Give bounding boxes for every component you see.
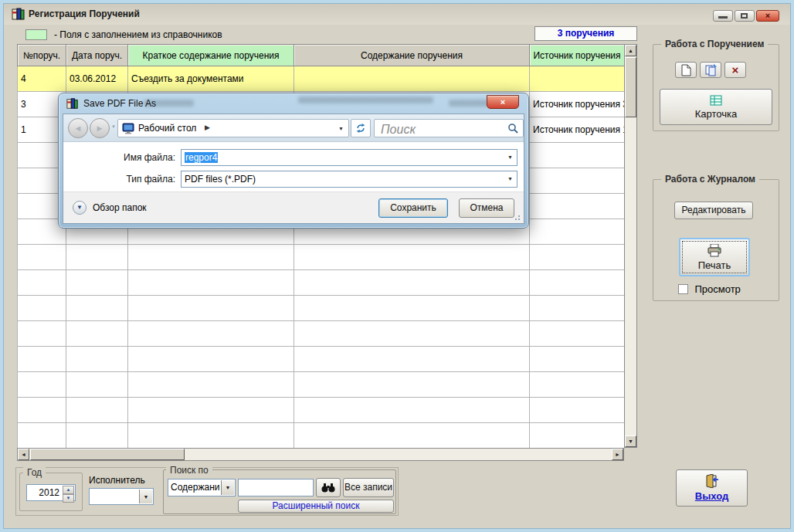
table-horizontal-scrollbar[interactable]: ◄ ► xyxy=(17,448,624,461)
cell-date[interactable]: 03.06.2012 xyxy=(66,66,128,92)
back-button[interactable]: ◄ xyxy=(68,118,88,138)
refresh-button[interactable] xyxy=(351,119,371,137)
window-titlebar: Регистрация Поручений × xyxy=(3,3,791,25)
col-header-content[interactable]: Содержание поручения xyxy=(294,45,530,66)
print-button-label: Печать xyxy=(698,259,731,271)
scroll-down-icon: ▼ xyxy=(628,439,633,444)
filetype-combo[interactable]: PDF files (*.PDF) ▼ xyxy=(181,171,517,188)
all-records-label: Все записи xyxy=(344,482,392,493)
table-row-empty xyxy=(18,296,625,321)
search-text-input[interactable] xyxy=(238,479,314,496)
table-row-empty xyxy=(18,398,625,423)
col-header-num[interactable]: №поруч. xyxy=(18,45,66,66)
scroll-left-icon: ◄ xyxy=(21,452,26,457)
window-title: Регистрация Поручений xyxy=(29,8,140,19)
table-row-empty xyxy=(18,423,625,449)
edit-button[interactable]: Редактировать xyxy=(674,202,753,219)
search-by-combo[interactable]: Содержанию ▼ xyxy=(168,479,236,496)
cancel-button-label: Отмена xyxy=(470,202,503,213)
address-dropdown-icon[interactable]: ▼ xyxy=(338,126,344,131)
year-spin-buttons[interactable]: ▲ ▼ xyxy=(63,486,74,500)
filename-dropdown-icon[interactable]: ▼ xyxy=(507,150,513,165)
card-grid-icon xyxy=(710,95,722,106)
minimize-button[interactable] xyxy=(713,10,733,22)
filename-input[interactable]: regpor4 ▼ xyxy=(181,149,517,166)
app-books-icon xyxy=(12,7,25,21)
col-header-source[interactable]: Источник поручения xyxy=(530,45,625,66)
journal-panel: Работа с Журналом Редактировать Печать П… xyxy=(653,179,779,301)
scroll-left-button[interactable]: ◄ xyxy=(18,449,29,460)
breadcrumb-arrow-icon[interactable]: ▶ xyxy=(205,124,210,131)
address-location[interactable]: Рабочий стол xyxy=(138,123,196,134)
search-group-label: Поиск по xyxy=(166,465,212,476)
copy-order-button[interactable] xyxy=(700,62,721,78)
table-vertical-scrollbar[interactable]: ▲ ▼ xyxy=(624,44,637,448)
save-pdf-dialog: Save PDF File As × ◄ ► ▼ Рабочий стол ▶ … xyxy=(58,93,529,229)
close-button[interactable]: × xyxy=(756,10,779,22)
vertical-scroll-thumb[interactable] xyxy=(625,57,636,117)
card-button-label: Карточка xyxy=(695,108,737,120)
find-button[interactable] xyxy=(316,478,341,497)
dialog-fields: Имя файла: regpor4 ▼ Тип файла: PDF file… xyxy=(63,142,524,195)
dialog-title: Save PDF File As xyxy=(83,98,156,109)
year-value: 2012 xyxy=(39,487,59,498)
filter-panel: Год 2012 ▲ ▼ Исполнитель ▼ Поиск по Соде… xyxy=(15,467,399,516)
year-spinner[interactable]: 2012 ▲ ▼ xyxy=(26,484,76,501)
spin-up-icon[interactable]: ▲ xyxy=(63,486,74,494)
exit-button-label: Выход xyxy=(695,490,728,502)
cancel-button[interactable]: Отмена xyxy=(459,198,514,218)
print-button[interactable]: Печать xyxy=(679,238,750,276)
table-row[interactable]: 4 03.06.2012 Съездить за документами xyxy=(18,66,625,92)
scroll-up-button[interactable]: ▲ xyxy=(625,45,636,56)
search-by-combo-arrow[interactable]: ▼ xyxy=(221,480,234,495)
new-order-button[interactable] xyxy=(675,62,697,78)
exit-button[interactable]: Выход xyxy=(676,469,748,507)
search-box[interactable]: Поиск xyxy=(374,119,524,137)
search-group: Поиск по Содержанию ▼ Все записи Расшире… xyxy=(163,469,396,514)
browse-folders-button[interactable]: ▼ xyxy=(73,201,87,215)
dialog-body: ◄ ► ▼ Рабочий стол ▶ ▼ Поиск Имя ф xyxy=(63,114,524,224)
resize-grip[interactable] xyxy=(514,214,520,220)
save-button-label: Сохранить xyxy=(390,202,436,213)
new-document-icon xyxy=(680,64,691,76)
forward-button[interactable]: ► xyxy=(90,118,110,138)
maximize-button[interactable] xyxy=(735,10,755,22)
cell-source[interactable]: Источник поручения 3 xyxy=(530,92,625,117)
col-header-date[interactable]: Дата поруч. xyxy=(66,45,128,66)
browse-folders-label[interactable]: Обзор папок xyxy=(93,202,147,213)
desktop-icon xyxy=(122,123,134,134)
filetype-dropdown-icon[interactable]: ▼ xyxy=(507,171,513,187)
executor-combo-arrow[interactable]: ▼ xyxy=(139,490,152,503)
dialog-close-button[interactable]: × xyxy=(487,95,519,109)
spin-down-icon[interactable]: ▼ xyxy=(63,494,74,503)
executor-combo[interactable]: ▼ xyxy=(89,488,154,505)
cell-source[interactable] xyxy=(530,66,625,92)
cell-content[interactable] xyxy=(294,66,530,92)
cell-short[interactable]: Съездить за документами xyxy=(128,66,294,92)
col-header-short[interactable]: Краткое содержание поручения xyxy=(128,45,294,66)
table-header-row: №поруч. Дата поруч. Краткое содержание п… xyxy=(18,45,625,66)
card-button[interactable]: Карточка xyxy=(660,89,772,125)
maximize-icon xyxy=(741,13,748,19)
dialog-books-icon xyxy=(66,97,79,110)
cell-num[interactable]: 4 xyxy=(18,66,66,92)
table-row-empty xyxy=(18,372,625,398)
nav-history-icon[interactable]: ▼ xyxy=(111,124,116,129)
save-button[interactable]: Сохранить xyxy=(378,198,448,218)
scroll-down-button[interactable]: ▼ xyxy=(625,435,636,447)
close-icon: × xyxy=(765,11,770,20)
delete-order-button[interactable]: × xyxy=(724,62,746,78)
filename-value: regpor4 xyxy=(185,152,218,163)
all-records-button[interactable]: Все записи xyxy=(343,478,394,497)
filetype-label: Тип файла: xyxy=(63,174,175,185)
scroll-right-button[interactable]: ► xyxy=(612,449,623,460)
table-row-empty xyxy=(18,245,625,270)
preview-checkbox[interactable] xyxy=(678,284,688,294)
reference-field-swatch xyxy=(25,29,47,40)
advanced-search-button[interactable]: Расширенный поиск xyxy=(238,500,394,513)
preview-checkbox-row[interactable]: Просмотр xyxy=(678,282,741,296)
filename-label: Имя файла: xyxy=(63,152,175,163)
address-bar[interactable]: Рабочий стол ▶ ▼ xyxy=(117,119,349,137)
horizontal-scroll-thumb[interactable] xyxy=(30,449,185,460)
cell-source[interactable]: Источник поручения 1 xyxy=(530,117,625,143)
